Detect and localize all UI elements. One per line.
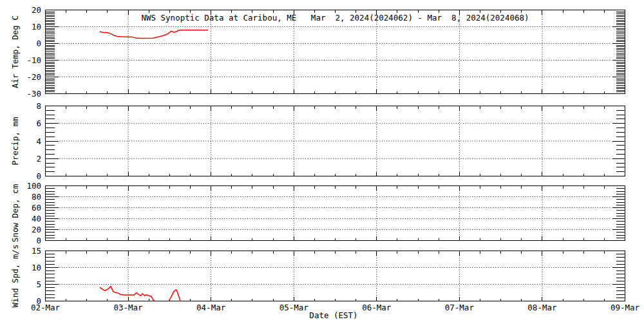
x-tick-label: 03-Mar bbox=[113, 303, 143, 312]
y-tick-label: 6 bbox=[36, 118, 41, 128]
x-tick-label: 05-Mar bbox=[279, 303, 309, 312]
y-tick-label: 2 bbox=[36, 154, 41, 164]
y-axis-title-snow-depth: Snow Dep, cm bbox=[10, 184, 20, 242]
y-axis-title-wind-speed: Wind Spd, m/s bbox=[10, 245, 20, 308]
y-tick-label: 20 bbox=[32, 5, 41, 15]
y-tick-label: 100 bbox=[26, 181, 41, 191]
panel-frame bbox=[46, 251, 625, 301]
x-axis-title: Date (EST) bbox=[309, 310, 357, 320]
x-tick-label: 06-Mar bbox=[362, 303, 392, 312]
y-tick-label: 15 bbox=[32, 246, 41, 256]
y-tick-label: 20 bbox=[32, 225, 41, 234]
panel-snow-depth: 020406080100Snow Dep, cm bbox=[10, 181, 625, 245]
y-tick-label: 80 bbox=[32, 192, 41, 202]
y-tick-label: -30 bbox=[26, 89, 41, 99]
ticks bbox=[46, 10, 625, 94]
chart-labels: NWS Synoptic Data at Caribou, ME Mar 2, … bbox=[141, 13, 529, 320]
y-tick-labels: 051015 bbox=[32, 246, 41, 306]
y-tick-label: 60 bbox=[32, 203, 41, 213]
y-tick-label: 5 bbox=[36, 279, 41, 289]
y-tick-label: 8 bbox=[36, 101, 41, 111]
ticks bbox=[46, 251, 625, 301]
y-tick-label: 0 bbox=[36, 171, 41, 181]
y-tick-labels: -30-20-1001020 bbox=[26, 5, 41, 99]
panel-frame bbox=[46, 106, 625, 176]
y-axis-title-air-temp: Air Temp, Deg C bbox=[10, 15, 20, 88]
ticks bbox=[46, 186, 625, 241]
y-tick-label: 0 bbox=[36, 236, 41, 245]
synoptic-plot-page: -30-20-1001020Air Temp, Deg C02468Precip… bbox=[0, 0, 644, 322]
chart-title: NWS Synoptic Data at Caribou, ME Mar 2, … bbox=[141, 13, 529, 23]
y-tick-label: -10 bbox=[26, 55, 41, 65]
gridlines bbox=[60, 106, 611, 176]
series-wind-speed-trace-2 bbox=[169, 290, 180, 301]
y-tick-label: 4 bbox=[36, 137, 41, 146]
x-tick-label: 08-Mar bbox=[527, 303, 557, 312]
panel-precip: 02468Precip, mm bbox=[10, 101, 625, 181]
chart-canvas: -30-20-1001020Air Temp, Deg C02468Precip… bbox=[0, 0, 644, 322]
y-tick-label: 40 bbox=[32, 214, 41, 223]
y-tick-label: -20 bbox=[26, 72, 41, 82]
y-tick-label: 10 bbox=[32, 22, 41, 32]
x-tick-label: 02-Mar bbox=[31, 303, 61, 312]
series-air-temp-trace bbox=[100, 30, 207, 39]
panel-wind-speed: 051015Wind Spd, m/s bbox=[10, 245, 625, 308]
panel-frame bbox=[46, 10, 625, 94]
y-tick-labels: 02468 bbox=[36, 101, 41, 181]
gridlines bbox=[60, 186, 611, 241]
x-tick-label: 07-Mar bbox=[445, 303, 475, 312]
panel-frame bbox=[46, 186, 625, 241]
gridlines bbox=[60, 10, 611, 94]
y-tick-label: 0 bbox=[36, 39, 41, 48]
y-tick-label: 10 bbox=[32, 263, 41, 272]
x-tick-label: 04-Mar bbox=[196, 303, 226, 312]
y-tick-labels: 020406080100 bbox=[26, 181, 41, 245]
x-tick-label: 09-Mar bbox=[611, 303, 640, 312]
ticks bbox=[46, 106, 625, 176]
series-wind-speed-trace-1 bbox=[100, 287, 155, 301]
y-axis-title-precip: Precip, mm bbox=[10, 117, 20, 165]
